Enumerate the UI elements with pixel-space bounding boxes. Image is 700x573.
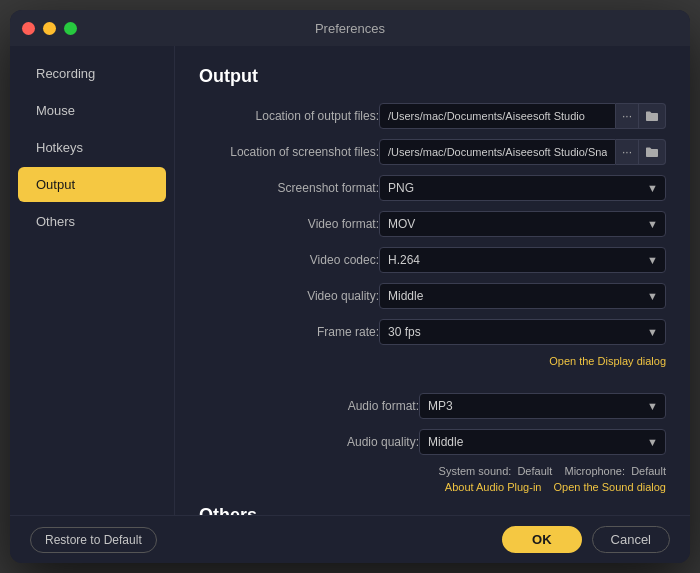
system-sound-text: System sound: Default Microphone: Defaul…	[439, 465, 666, 477]
screenshot-format-wrapper: PNG JPG BMP ▼	[379, 175, 666, 201]
output-section: Output Location of output files: ···	[199, 66, 666, 493]
screenshot-location-input[interactable]	[379, 139, 616, 165]
sidebar-item-output[interactable]: Output	[18, 167, 166, 202]
video-codec-select[interactable]: H.264 H.265 MPEG-4	[379, 247, 666, 273]
video-codec-row: Video codec: H.264 H.265 MPEG-4 ▼	[199, 247, 666, 273]
audio-quality-select[interactable]: Low Middle High Lossless	[419, 429, 666, 455]
sidebar-item-others[interactable]: Others	[18, 204, 166, 239]
maximize-button[interactable]	[64, 22, 77, 35]
frame-rate-select[interactable]: 15 fps 20 fps 25 fps 30 fps 60 fps	[379, 319, 666, 345]
output-location-input[interactable]	[379, 103, 616, 129]
preferences-window: Preferences Recording Mouse Hotkeys Outp…	[10, 10, 690, 563]
audio-format-select[interactable]: MP3 AAC WAV FLAC	[419, 393, 666, 419]
screenshot-location-row: Location of screenshot files: ···	[199, 139, 666, 165]
ok-button[interactable]: OK	[502, 526, 582, 553]
bottom-bar: Restore to Default OK Cancel	[10, 515, 690, 563]
others-title: Others	[199, 505, 666, 515]
video-format-wrapper: MOV MP4 MKV AVI ▼	[379, 211, 666, 237]
screenshot-location-label: Location of screenshot files:	[199, 145, 379, 159]
restore-default-button[interactable]: Restore to Default	[30, 527, 157, 553]
output-location-row: Location of output files: ···	[199, 103, 666, 129]
sidebar: Recording Mouse Hotkeys Output Others	[10, 46, 175, 515]
system-sound-info-row: System sound: Default Microphone: Defaul…	[199, 465, 666, 477]
video-codec-wrapper: H.264 H.265 MPEG-4 ▼	[379, 247, 666, 273]
video-codec-label: Video codec:	[199, 253, 379, 267]
main-content: Output Location of output files: ···	[175, 46, 690, 515]
open-display-dialog-link[interactable]: Open the Display dialog	[549, 355, 666, 367]
others-section: Others Automatically check for updates	[199, 505, 666, 515]
cancel-button[interactable]: Cancel	[592, 526, 670, 553]
title-bar: Preferences	[10, 10, 690, 46]
minimize-button[interactable]	[43, 22, 56, 35]
audio-links-row: About Audio Plug-in Open the Sound dialo…	[199, 481, 666, 493]
about-audio-plugin-link[interactable]: About Audio Plug-in	[445, 481, 542, 493]
video-quality-wrapper: Low Middle High Lossless ▼	[379, 283, 666, 309]
video-quality-label: Video quality:	[199, 289, 379, 303]
screenshot-format-row: Screenshot format: PNG JPG BMP ▼	[199, 175, 666, 201]
video-quality-select[interactable]: Low Middle High Lossless	[379, 283, 666, 309]
output-location-label: Location of output files:	[199, 109, 379, 123]
close-button[interactable]	[22, 22, 35, 35]
screenshot-location-folder-button[interactable]	[639, 139, 666, 165]
frame-rate-wrapper: 15 fps 20 fps 25 fps 30 fps 60 fps ▼	[379, 319, 666, 345]
content-area: Recording Mouse Hotkeys Output Others Ou…	[10, 46, 690, 515]
audio-quality-row: Audio quality: Low Middle High Lossless …	[199, 429, 666, 455]
output-location-input-group: ···	[379, 103, 666, 129]
audio-format-wrapper: MP3 AAC WAV FLAC ▼	[419, 393, 666, 419]
sidebar-item-mouse[interactable]: Mouse	[18, 93, 166, 128]
window-controls	[22, 22, 77, 35]
video-format-label: Video format:	[199, 217, 379, 231]
sidebar-item-hotkeys[interactable]: Hotkeys	[18, 130, 166, 165]
audio-quality-wrapper: Low Middle High Lossless ▼	[419, 429, 666, 455]
sidebar-item-recording[interactable]: Recording	[18, 56, 166, 91]
screenshot-format-label: Screenshot format:	[199, 181, 379, 195]
output-title: Output	[199, 66, 666, 87]
audio-quality-label: Audio quality:	[199, 435, 419, 449]
screenshot-location-dots-button[interactable]: ···	[616, 139, 639, 165]
frame-rate-row: Frame rate: 15 fps 20 fps 25 fps 30 fps …	[199, 319, 666, 345]
open-sound-dialog-link[interactable]: Open the Sound dialog	[553, 481, 666, 493]
window-title: Preferences	[315, 21, 385, 36]
audio-format-label: Audio format:	[199, 399, 419, 413]
video-format-row: Video format: MOV MP4 MKV AVI ▼	[199, 211, 666, 237]
video-quality-row: Video quality: Low Middle High Lossless …	[199, 283, 666, 309]
output-location-folder-button[interactable]	[639, 103, 666, 129]
screenshot-location-input-group: ···	[379, 139, 666, 165]
frame-rate-label: Frame rate:	[199, 325, 379, 339]
video-format-select[interactable]: MOV MP4 MKV AVI	[379, 211, 666, 237]
screenshot-format-select[interactable]: PNG JPG BMP	[379, 175, 666, 201]
audio-format-row: Audio format: MP3 AAC WAV FLAC ▼	[199, 393, 666, 419]
action-buttons: OK Cancel	[502, 526, 670, 553]
output-location-dots-button[interactable]: ···	[616, 103, 639, 129]
display-dialog-row: Open the Display dialog	[199, 355, 666, 367]
